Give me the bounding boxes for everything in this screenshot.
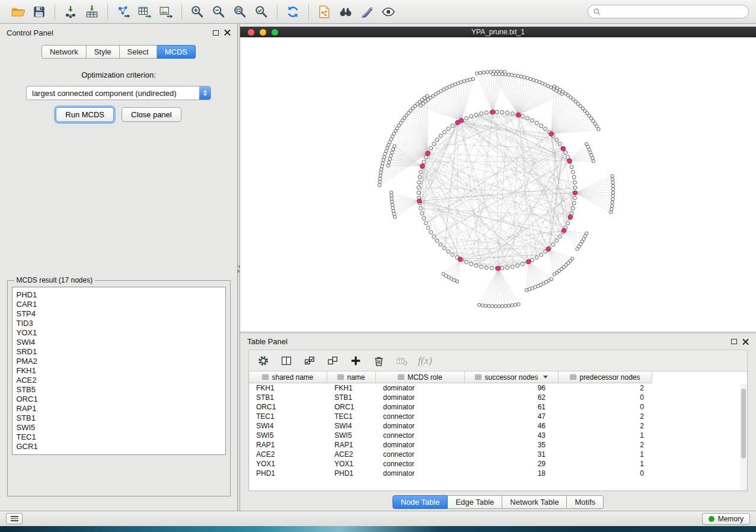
table-settings-icon[interactable] [256,354,270,368]
table-cell[interactable]: SWI4 [249,421,327,431]
column-header-predecessor-nodes[interactable]: predecessor nodes [559,371,652,383]
table-cell[interactable]: 0 [559,469,652,478]
table-cell[interactable]: 2 [559,421,652,431]
table-cell[interactable]: dominator [376,421,465,431]
table-cell[interactable]: 0 [559,402,652,412]
tab-node-table[interactable]: Node Table [393,495,448,509]
mcds-result-item[interactable]: SRD1 [17,347,221,357]
mcds-result-item[interactable]: FKH1 [17,366,221,376]
first-neighbors-icon[interactable] [337,3,355,21]
function-builder-icon[interactable]: f(x) [418,355,432,367]
zoom-out-icon[interactable] [210,3,228,21]
mcds-result-item[interactable]: STB1 [17,414,221,423]
mcds-result-item[interactable]: PMA2 [17,357,221,366]
optimization-criterion-select[interactable]: largest connected component (undirected) [26,86,211,100]
network-from-selection-icon[interactable] [315,3,333,21]
table-row[interactable]: ACE2ACE2connector311 [249,450,747,459]
tab-edge-table[interactable]: Edge Table [448,495,502,509]
table-row[interactable]: RAP1RAP1dominator352 [249,440,747,450]
mcds-result-item[interactable]: ORC1 [17,395,221,404]
zoom-selected-icon[interactable] [253,3,270,21]
table-row[interactable]: TEC1TEC1connector472 [249,412,747,421]
table-row[interactable]: SWI5SWI5connector431 [249,431,747,440]
mcds-result-item[interactable]: GCR1 [17,442,221,451]
mcds-result-list[interactable]: PHD1CAR1STP4TID3YOX1SWI4SRD1PMA2FKH1ACE2… [12,287,226,455]
table-row[interactable]: SWI4SWI4dominator462 [249,421,747,431]
table-cell[interactable]: 61 [465,402,559,412]
tab-style[interactable]: Style [87,45,120,59]
save-session-icon[interactable] [30,3,48,21]
select-all-icon[interactable] [302,354,317,368]
run-mcds-button[interactable]: Run MCDS [56,107,114,122]
close-panel-button[interactable]: Close panel [122,107,181,122]
mcds-result-item[interactable]: YOX1 [17,328,221,338]
table-cell[interactable]: connector [376,450,465,459]
zoom-in-icon[interactable] [189,3,206,21]
import-table-icon[interactable] [83,3,101,21]
table-cell[interactable]: dominator [376,440,465,450]
table-row[interactable]: STB1STB1dominator620 [249,393,747,402]
table-cell[interactable]: 2 [559,383,652,393]
tab-mcds[interactable]: MCDS [157,45,196,59]
mcds-result-item[interactable]: STB5 [17,385,221,395]
zoom-fit-icon[interactable] [231,3,249,21]
table-cell[interactable]: STB1 [249,393,327,402]
search-box[interactable] [588,5,749,18]
column-header-shared-name[interactable]: shared name [249,371,327,383]
panels-menu-button[interactable] [6,513,23,524]
network-window-titlebar[interactable]: YPA_prune.txt_1 [240,27,756,37]
tab-network-table[interactable]: Network Table [502,495,567,509]
table-cell[interactable]: 1 [559,450,652,459]
memory-button[interactable]: Memory [702,513,750,525]
show-graphics-details-icon[interactable] [379,3,397,21]
table-cell[interactable]: connector [376,412,465,421]
table-cell[interactable]: ACE2 [327,450,376,459]
close-window-icon[interactable] [248,29,254,36]
network-graph[interactable] [240,37,756,332]
table-cell[interactable]: RAP1 [327,440,376,450]
table-row[interactable]: YOX1YOX1connector291 [249,459,747,469]
delete-row-icon[interactable] [372,354,386,368]
table-cell[interactable]: connector [376,431,465,440]
table-cell[interactable]: dominator [376,393,465,402]
table-cell[interactable]: connector [376,459,465,469]
table-cell[interactable]: dominator [376,469,465,478]
table-cell[interactable]: 62 [465,393,559,402]
table-cell[interactable]: 2 [559,440,652,450]
table-cell[interactable]: 2 [559,412,652,421]
table-cell[interactable]: ORC1 [249,402,327,412]
import-network-icon[interactable] [62,3,79,21]
mcds-result-item[interactable]: RAP1 [17,404,221,414]
search-input[interactable] [604,8,744,16]
table-cell[interactable]: 96 [465,383,559,393]
table-cell[interactable]: 35 [465,440,559,450]
table-cell[interactable]: 46 [465,421,559,431]
table-cell[interactable]: RAP1 [249,440,327,450]
column-header-MCDS-role[interactable]: MCDS role [376,371,465,383]
mcds-result-item[interactable]: ACE2 [17,376,221,385]
table-cell[interactable]: 29 [465,459,559,469]
table-cell[interactable]: STB1 [327,393,376,402]
export-network-icon[interactable] [114,3,132,21]
float-table-panel-icon[interactable] [731,339,737,344]
table-cell[interactable]: SWI4 [327,421,376,431]
table-cell[interactable]: TEC1 [249,412,327,421]
scrollbar-thumb[interactable] [741,389,746,459]
add-row-icon[interactable] [349,354,363,368]
table-cell[interactable]: TEC1 [327,412,376,421]
column-selector-icon[interactable] [279,354,294,368]
table-cell[interactable]: SWI5 [327,431,376,440]
table-cell[interactable]: 0 [559,393,652,402]
table-cell[interactable]: 47 [465,412,559,421]
table-cell[interactable]: 1 [559,459,652,469]
table-cell[interactable]: 31 [465,450,559,459]
open-file-icon[interactable] [9,3,27,21]
minimize-window-icon[interactable] [260,29,266,36]
table-cell[interactable]: PHD1 [249,469,327,478]
close-table-panel-icon[interactable] [742,338,749,345]
table-cell[interactable]: dominator [376,402,465,412]
clear-table-icon[interactable] [395,354,409,368]
apply-layout-icon[interactable] [284,3,302,21]
column-header-name[interactable]: name [327,371,376,383]
tab-select[interactable]: Select [120,45,157,59]
